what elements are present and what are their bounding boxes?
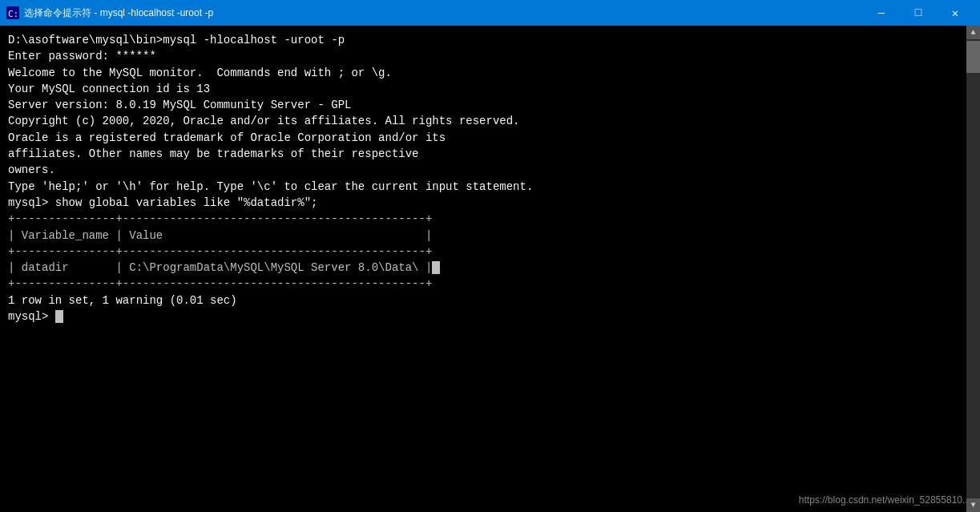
terminal-line: +---------------+-----------------------… (8, 244, 972, 260)
scroll-up-button[interactable]: ▲ (966, 26, 980, 39)
terminal-line: | Variable_name | Value | (8, 228, 972, 244)
terminal-line: 1 row in set, 1 warning (0.01 sec) (8, 292, 972, 308)
terminal-line: Type 'help;' or '\h' for help. Type '\c'… (8, 179, 972, 195)
terminal-line: Oracle is a registered trademark of Orac… (8, 130, 972, 146)
terminal-output: D:\asoftware\mysql\bin>mysql -hlocalhost… (8, 32, 972, 325)
terminal-line: +---------------+-----------------------… (8, 211, 972, 227)
close-button[interactable]: ✕ (937, 0, 974, 26)
title-bar-title: 选择命令提示符 - mysql -hlocalhost -uroot -p (24, 6, 863, 20)
title-bar-controls: — □ ✕ (863, 0, 974, 26)
terminal-line: Enter password: ****** (8, 48, 972, 64)
terminal-line: mysql> (8, 308, 972, 325)
minimize-button[interactable]: — (863, 0, 900, 26)
terminal-line: Welcome to the MySQL monitor. Commands e… (8, 65, 972, 81)
prompt-cursor (55, 310, 63, 323)
cmd-icon: C:\ (6, 6, 19, 19)
scroll-thumb[interactable] (966, 41, 980, 73)
terminal-line: | datadir | C:\ProgramData\MySQL\MySQL S… (8, 260, 972, 276)
terminal-line: Your MySQL connection id is 13 (8, 81, 972, 97)
watermark: https://blog.csdn.net/weixin_52855810... (799, 494, 970, 506)
terminal-line: owners. (8, 162, 972, 178)
terminal-line: Server version: 8.0.19 MySQL Community S… (8, 97, 972, 113)
scrollbar[interactable]: ▲ ▼ (966, 26, 980, 512)
maximize-button[interactable]: □ (900, 0, 937, 26)
title-bar: C:\ 选择命令提示符 - mysql -hlocalhost -uroot -… (0, 0, 980, 26)
svg-text:C:\: C:\ (8, 9, 19, 19)
terminal-line: +---------------+-----------------------… (8, 276, 972, 292)
terminal-line: mysql> show global variables like "%data… (8, 195, 972, 211)
terminal-area[interactable]: D:\asoftware\mysql\bin>mysql -hlocalhost… (0, 26, 980, 512)
scroll-down-button[interactable]: ▼ (966, 498, 980, 512)
terminal-line: D:\asoftware\mysql\bin>mysql -hlocalhost… (8, 32, 972, 48)
terminal-line: Copyright (c) 2000, 2020, Oracle and/or … (8, 113, 972, 129)
terminal-line: affiliates. Other names may be trademark… (8, 146, 972, 162)
cursor-block (432, 261, 440, 274)
